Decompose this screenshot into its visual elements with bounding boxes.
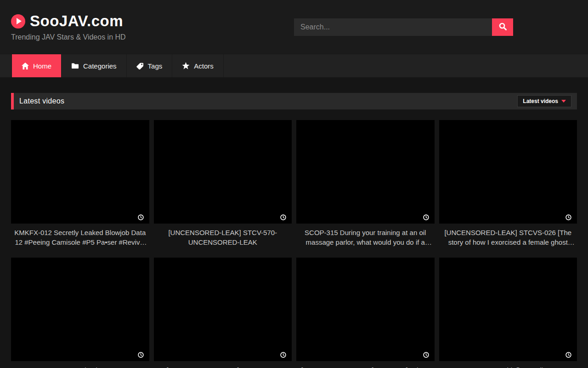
caret-down-icon (561, 100, 566, 103)
video-card[interactable]: NAMH-042 H Cup Big Tits Newcomer (170cm … (11, 258, 149, 368)
video-thumbnail[interactable] (439, 258, 577, 361)
video-title[interactable]: [UNCENSORED-LEAK] STCVS-026 [The story o… (439, 228, 577, 247)
clock-icon (138, 351, 144, 357)
folder-icon (71, 63, 79, 69)
video-thumbnail[interactable] (154, 120, 292, 224)
video-title[interactable]: URSM-186 Girl @ Era Alice (439, 365, 577, 368)
video-card[interactable]: URSM-186 Girl @ Era Alice (439, 258, 577, 368)
video-card[interactable]: [UNCENSORED-LEAK] MLA-231 [3 shots in (296, 258, 435, 368)
video-title[interactable]: SCOP-315 During your training at an oil … (296, 228, 435, 247)
video-title[interactable]: KMKFX-012 Secretly Leaked Blowjob Data 1… (11, 228, 149, 247)
video-thumbnail[interactable] (296, 120, 435, 224)
clock-icon (280, 351, 286, 357)
nav-item-label: Tags (148, 62, 163, 70)
section-title: Latest videos (19, 97, 64, 105)
video-thumbnail[interactable] (439, 120, 577, 224)
video-title[interactable]: [UNCENSORED-LEAK] STCV-570-UNCENSORED-LE… (154, 228, 292, 247)
site-header: SooJAV.com Trending JAV Stars & Videos i… (0, 0, 588, 54)
nav-item-categories[interactable]: Categories (62, 54, 127, 77)
nav-item-home[interactable]: Home (11, 54, 62, 77)
search-button[interactable] (492, 18, 513, 36)
video-title[interactable]: NAMH-042 H Cup Big Tits Newcomer (170cm … (11, 365, 149, 368)
nav-item-label: Home (33, 62, 51, 70)
nav-item-label: Actors (194, 62, 214, 70)
sort-dropdown[interactable]: Latest videos (517, 95, 571, 107)
video-card[interactable]: [UNCENSORED-LEAK] STCV-570-UNCENSORED-LE… (154, 120, 292, 247)
video-thumbnail[interactable] (154, 258, 292, 361)
main-nav: Home Categories Tags Actors (0, 54, 588, 77)
video-card[interactable]: KMKFX-012 Secretly Leaked Blowjob Data 1… (11, 120, 149, 247)
section-header: Latest videos Latest videos (11, 93, 577, 109)
nav-item-label: Categories (83, 62, 117, 70)
sort-selected-value: Latest videos (523, 98, 558, 104)
video-card[interactable]: [UNCENSORED-LEAK] MXGS-1306 Absolutely (154, 258, 292, 368)
video-title[interactable]: [UNCENSORED-LEAK] MXGS-1306 Absolutely (154, 365, 292, 368)
search-input[interactable] (294, 18, 492, 36)
clock-icon (280, 214, 286, 220)
search-box (294, 18, 513, 36)
tag-icon (136, 63, 144, 69)
clock-icon (423, 214, 429, 220)
video-grid: KMKFX-012 Secretly Leaked Blowjob Data 1… (0, 120, 588, 368)
nav-item-tags[interactable]: Tags (127, 54, 173, 77)
star-icon (182, 62, 190, 69)
play-icon (11, 14, 25, 29)
video-thumbnail[interactable] (11, 258, 149, 361)
video-card[interactable]: [UNCENSORED-LEAK] STCVS-026 [The story o… (439, 120, 577, 247)
brand[interactable]: SooJAV.com Trending JAV Stars & Videos i… (11, 12, 126, 41)
site-tagline: Trending JAV Stars & Videos in HD (11, 33, 126, 41)
video-thumbnail[interactable] (11, 120, 149, 224)
nav-item-actors[interactable]: Actors (172, 54, 224, 77)
clock-icon (138, 214, 144, 220)
magnifier-icon (499, 23, 507, 32)
video-title[interactable]: [UNCENSORED-LEAK] MLA-231 [3 shots in (296, 365, 435, 368)
clock-icon (565, 351, 571, 357)
clock-icon (565, 214, 571, 220)
home-icon (22, 63, 29, 69)
video-thumbnail[interactable] (296, 258, 435, 361)
clock-icon (423, 351, 429, 357)
video-card[interactable]: SCOP-315 During your training at an oil … (296, 120, 435, 247)
site-logo-text[interactable]: SooJAV.com (30, 12, 123, 30)
